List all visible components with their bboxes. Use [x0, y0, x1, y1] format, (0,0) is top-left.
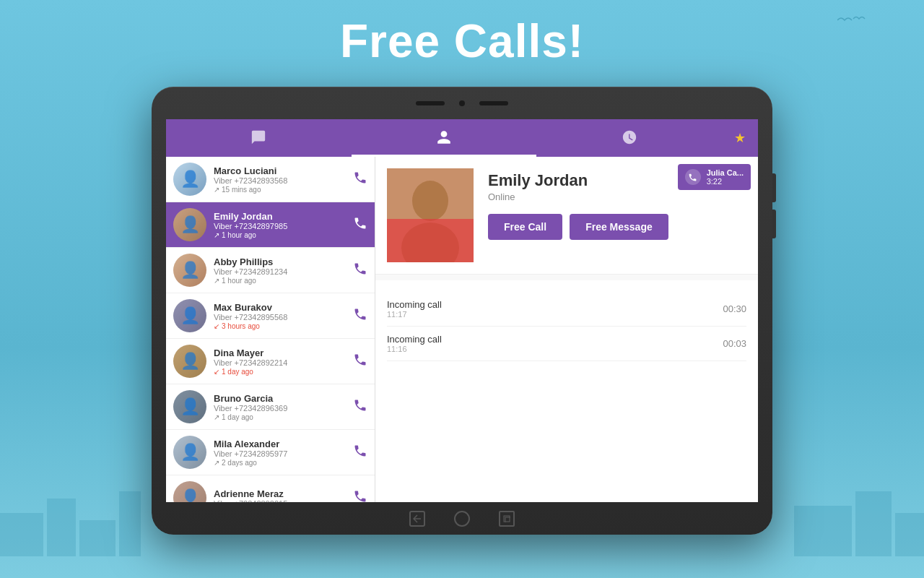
avatar-emily: 👤 — [173, 208, 206, 241]
contact-marco[interactable]: 👤 Marco Luciani Viber +72342893568 ↗15 m… — [166, 157, 375, 202]
contact-info-adrienne: Adrienne Meraz Viber +72342892215 — [214, 488, 353, 503]
svg-rect-19 — [387, 219, 474, 262]
notif-time: 3:22 — [707, 177, 744, 186]
call-entry-1: Incoming call 11:17 00:30 — [387, 292, 746, 327]
contact-phone-marco: Viber +72342893568 — [214, 176, 353, 185]
contact-time-marco: ↗15 mins ago — [214, 186, 353, 194]
avatar-mila: 👤 — [173, 436, 206, 469]
back-button[interactable] — [409, 511, 425, 527]
call-duration-2: 00:03 — [723, 338, 746, 349]
contact-time-bruno: ↗1 day ago — [214, 413, 353, 421]
contact-name-marco: Marco Luciani — [214, 165, 353, 176]
incoming-notification: Julia Ca... 3:22 — [678, 164, 751, 190]
call-icon-abby[interactable] — [353, 262, 367, 280]
tablet-speaker-2 — [479, 101, 508, 105]
contact-bruno[interactable]: 👤 Bruno Garcia Viber +72342896369 ↗1 day… — [166, 384, 375, 430]
svg-rect-5 — [855, 491, 892, 556]
free-call-button[interactable]: Free Call — [488, 214, 562, 240]
call-icon-max[interactable] — [353, 307, 367, 325]
contact-info-emily: Emily Jordan Viber +72342897985 ↗1 hour … — [214, 211, 353, 239]
contact-name-emily: Emily Jordan — [214, 211, 353, 222]
call-timestamp-2: 11:16 — [387, 345, 723, 353]
notification-info: Julia Ca... 3:22 — [707, 168, 744, 186]
call-entry-2: Incoming call 11:16 00:03 — [387, 327, 746, 361]
call-icon-marco[interactable] — [353, 171, 367, 189]
contact-phone-abby: Viber +72342891234 — [214, 267, 353, 276]
tablet-bottom-bezel — [152, 502, 772, 535]
contact-name-adrienne: Adrienne Meraz — [214, 488, 353, 499]
notif-name: Julia Ca... — [707, 168, 744, 177]
contact-max[interactable]: 👤 Max Burakov Viber +72342895568 ↙3 hour… — [166, 293, 375, 339]
call-type-1: Incoming call — [387, 299, 723, 310]
contact-time-mila: ↗2 days ago — [214, 459, 353, 467]
call-icon-adrienne[interactable] — [353, 489, 367, 503]
detail-avatar-emily — [387, 168, 474, 262]
contact-phone-mila: Viber +72342895977 — [214, 449, 353, 458]
recent-apps-button[interactable] — [499, 511, 515, 527]
detail-panel: Julia Ca... 3:22 — [375, 157, 758, 502]
contact-name-bruno: Bruno Garcia — [214, 393, 353, 404]
avatar-bruno: 👤 — [173, 390, 206, 423]
volume-up-button[interactable] — [772, 173, 776, 202]
svg-rect-6 — [895, 513, 924, 556]
svg-rect-2 — [79, 520, 116, 556]
contact-time-dina: ↙1 day ago — [214, 368, 353, 376]
contact-name-max: Max Burakov — [214, 302, 353, 313]
call-entry-info-1: Incoming call 11:17 — [387, 299, 723, 319]
avatar-abby: 👤 — [173, 254, 206, 287]
svg-rect-3 — [119, 491, 141, 556]
main-title: Free Calls! — [0, 14, 924, 68]
call-timestamp-1: 11:17 — [387, 310, 723, 319]
contact-time-emily: ↗1 hour ago — [214, 231, 353, 239]
tab-contacts[interactable] — [352, 119, 537, 157]
svg-point-17 — [412, 181, 448, 221]
contact-adrienne[interactable]: 👤 Adrienne Meraz Viber +72342892215 — [166, 475, 375, 502]
call-icon-emily[interactable] — [353, 216, 367, 234]
contact-phone-bruno: Viber +72342896369 — [214, 404, 353, 413]
volume-down-button[interactable] — [772, 210, 776, 238]
contact-mila[interactable]: 👤 Mila Alexander Viber +72342895977 ↗2 d… — [166, 430, 375, 475]
call-icon-bruno[interactable] — [353, 398, 367, 416]
contact-name-dina: Dina Mayer — [214, 348, 353, 358]
contact-time-max: ↙3 hours ago — [214, 322, 353, 330]
avatar-max: 👤 — [173, 299, 206, 332]
svg-rect-4 — [794, 506, 852, 556]
call-icon-dina[interactable] — [353, 353, 367, 371]
title-area: Free Calls! — [0, 14, 924, 68]
tab-chat[interactable] — [166, 119, 352, 157]
contact-info-abby: Abby Phillips Viber +72342891234 ↗1 hour… — [214, 256, 353, 285]
tablet-top-bezel: 12:47 — [152, 87, 772, 119]
contact-name-abby: Abby Phillips — [214, 256, 353, 267]
detail-status: Online — [488, 191, 746, 202]
tablet-speaker — [416, 101, 445, 105]
contact-emily[interactable]: 👤 Emily Jordan Viber +72342897985 ↗1 hou… — [166, 202, 375, 248]
avatar-adrienne: 👤 — [173, 481, 206, 502]
free-message-button[interactable]: Free Message — [570, 214, 668, 240]
contact-info-dina: Dina Mayer Viber +72342892214 ↙1 day ago — [214, 348, 353, 376]
tablet-camera — [459, 100, 465, 106]
contact-phone-max: Viber +72342895568 — [214, 313, 353, 322]
svg-rect-20 — [504, 516, 510, 522]
contact-info-max: Max Burakov Viber +72342895568 ↙3 hours … — [214, 302, 353, 330]
app-header: ★ — [166, 119, 758, 157]
contact-abby[interactable]: 👤 Abby Phillips Viber +72342891234 ↗1 ho… — [166, 248, 375, 293]
tablet-device: 12:47 ★ — [152, 87, 772, 535]
avatar-marco: 👤 — [173, 163, 206, 196]
call-icon-mila[interactable] — [353, 444, 367, 462]
contact-dina[interactable]: 👤 Dina Mayer Viber +72342892214 ↙1 day a… — [166, 339, 375, 384]
screen: ★ 👤 Marco Luciani Viber +72342893568 ↗15… — [166, 119, 758, 502]
tab-recents[interactable] — [536, 119, 722, 157]
svg-rect-1 — [47, 499, 76, 556]
contact-time-abby: ↗1 hour ago — [214, 277, 353, 285]
contact-info-mila: Mila Alexander Viber +72342895977 ↗2 day… — [214, 439, 353, 467]
svg-rect-0 — [0, 513, 43, 556]
home-button[interactable] — [454, 511, 470, 527]
contact-phone-dina: Viber +72342892214 — [214, 358, 353, 367]
contact-phone-emily: Viber +72342897985 — [214, 222, 353, 230]
action-buttons: Free Call Free Message — [488, 214, 746, 240]
contact-name-mila: Mila Alexander — [214, 439, 353, 449]
contact-info-marco: Marco Luciani Viber +72342893568 ↗15 min… — [214, 165, 353, 194]
contact-info-bruno: Bruno Garcia Viber +72342896369 ↗1 day a… — [214, 393, 353, 421]
notif-phone-icon — [685, 169, 701, 185]
call-type-2: Incoming call — [387, 334, 723, 345]
